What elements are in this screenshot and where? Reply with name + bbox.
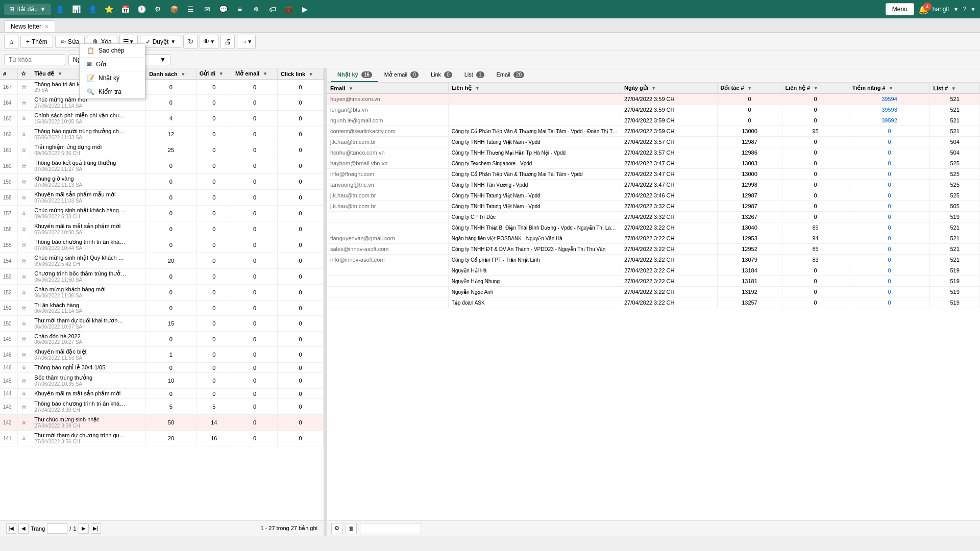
cell-star[interactable]: ☆ [17,174,31,190]
tiem-nang-zero[interactable]: 0 [888,171,891,177]
right-table-row[interactable]: content@seatinkacity.com Công ty Cổ Phần… [327,126,980,137]
context-menu-item-sao-chép[interactable]: 📋Sao chép [80,44,145,57]
start-button[interactable]: ⊞ Bắt đầu ▼ [4,4,51,15]
page-input[interactable]: 1 [47,523,67,534]
trash-button[interactable]: 🗑 [346,523,357,534]
cell-star[interactable]: ☆ [17,190,31,206]
right-table-row[interactable]: j.k.hau@tn.com.br Công ty TNHH Tatung Vi… [327,190,980,201]
cell-star[interactable]: ☆ [17,253,31,269]
table-row[interactable]: 154 ☆ Chúc mừng sinh nhật Quý khách hàng… [0,253,324,269]
table-row[interactable]: 160 ☆ Thông báo kết quả trúng thưởng 07/… [0,158,324,174]
nav-icon-4[interactable]: ⭐ [102,2,116,16]
refresh-button[interactable]: ↻ [183,35,198,49]
nav-icon-11[interactable]: 💬 [216,2,231,16]
table-row[interactable]: 153 ☆ Chương trình bốc thăm trúng thưởng… [0,269,324,285]
table-row[interactable]: 164 ☆ Chúc mừng năm mới 27/06/2022 11:14… [0,95,324,111]
dt-filter-icon[interactable]: ▼ [747,85,752,91]
nav-icon-3[interactable]: 👤 [86,2,100,16]
right-tab-mở-email[interactable]: Mở email 0 [378,68,425,82]
right-table-row[interactable]: huyen@tme.com.vn 27/04/2022 3:59 CH 0 0 … [327,94,980,105]
context-menu-item-kiểm-tra[interactable]: 🔍Kiểm tra [80,85,145,98]
rcol-lienhenum[interactable]: Liên hệ # ▼ [782,83,849,94]
cell-star[interactable]: ☆ [17,95,31,111]
first-page-button[interactable]: |◀ [6,523,16,534]
nav-icon-13[interactable]: ❄ [249,2,263,16]
tiem-nang-link[interactable]: 39593 [881,107,897,113]
cell-star[interactable]: ☆ [17,206,31,221]
right-table-row[interactable]: Công ty TNHH Thiết Bị Điện Thái Bình Dươ… [327,222,980,233]
cell-star[interactable]: ☆ [17,237,31,253]
newsletter-table-container[interactable]: # ☆ Tiêu đề ▼ Danh sách ▼ Gửi đi ▼ Mở em… [0,68,324,520]
cell-star[interactable]: ☆ [17,363,31,373]
tiem-nang-zero[interactable]: 0 [888,128,891,134]
right-table-row[interactable]: j.k.hau@tn.com.br Công ty TNHH Tatung Vi… [327,201,980,212]
table-row[interactable]: 144 ☆ Khuyến mãi ra mắt sản phẩm mới 0 0… [0,389,324,399]
last-page-button[interactable]: ▶| [91,523,101,534]
col-gui-di[interactable]: Gửi đi ▼ [196,68,232,80]
right-table-row[interactable]: sales@innov-asoft.com Công ty TNHH ĐT & … [327,244,980,255]
tiem-nang-zero[interactable]: 0 [888,160,891,166]
right-table-row[interactable]: hcnhu@tanco.com.vn Công ty TNHH Thương M… [327,147,980,158]
gd-filter-icon[interactable]: ▼ [218,71,224,77]
nav-icon-9[interactable]: ☰ [184,2,198,16]
tiem-nang-zero[interactable]: 0 [888,278,891,284]
tiem-nang-zero[interactable]: 0 [888,267,891,273]
right-table-row[interactable]: ngunh.le@gmail.com 27/04/2022 3:59 CH 0 … [327,115,980,126]
cell-star[interactable]: ☆ [17,127,31,142]
cell-star[interactable]: ☆ [17,300,31,316]
col-mo-email[interactable]: Mở email ▼ [232,68,278,80]
table-row[interactable]: 142 ☆ Thư chúc mừng sinh nhật 27/04/2022… [0,415,324,431]
rcol-ngaygui[interactable]: Ngày gửi ▼ [621,83,718,94]
table-row[interactable]: 163 ☆ Chính sách phí: miễn phí vận chuyể… [0,111,324,127]
nav-icon-5[interactable]: 📅 [118,2,133,16]
table-row[interactable]: 143 ☆ Thông báo chương trình tri ân khác… [0,399,324,415]
nav-icon-6[interactable]: 🕐 [135,2,149,16]
right-table-row[interactable]: Nguyễn Hải Hà 27/04/2022 3:22 CH 13184 0… [327,265,980,276]
right-tab-email[interactable]: Email 20 [491,68,531,82]
table-row[interactable]: 162 ☆ Thông báo người trùng thưởng chươn… [0,127,324,142]
nav-icon-2[interactable]: 📊 [69,2,84,16]
approve-button[interactable]: ✓ Duyệt ▼ [140,36,182,48]
rcol-doitac[interactable]: Đối tác # ▼ [717,83,782,94]
print-button[interactable]: 🖨 [220,35,235,49]
lhn-filter-icon[interactable]: ▼ [813,85,818,91]
right-table-row[interactable]: hayhom@bmail.vbn.vn Công ty Texchem Sing… [327,158,980,169]
rcol-tiemnang[interactable]: Tiềm năng # ▼ [849,83,930,94]
tiem-nang-zero[interactable]: 0 [888,246,891,252]
cell-star[interactable]: ☆ [17,158,31,174]
col-click-link[interactable]: Click link ▼ [277,68,323,80]
nav-icon-16[interactable]: ▶ [298,2,312,16]
table-row[interactable]: 156 ☆ Khuyến mãi ra mắt sản phẩm mới 07/… [0,221,324,237]
me-filter-icon[interactable]: ▼ [262,71,267,77]
table-row[interactable]: 148 ☆ Khuyến mãi đặc biệt 07/06/2022 11:… [0,347,324,363]
right-table-row[interactable]: Nguyễn Ngọc Anh 27/04/2022 3:22 CH 13192… [327,287,980,297]
table-row[interactable]: 145 ☆ Bốc thăm trúng thưởng 07/06/2022 1… [0,373,324,389]
next-page-button[interactable]: ▶ [79,523,89,534]
tiem-nang-zero[interactable]: 0 [888,257,891,263]
tiem-nang-zero[interactable]: 0 [888,224,891,231]
tab-close-icon[interactable]: ✕ [44,24,48,30]
cell-star[interactable]: ☆ [17,80,31,95]
cell-star[interactable]: ☆ [17,347,31,363]
keyword-input[interactable] [4,54,65,65]
table-row[interactable]: 146 ☆ Thông báo nghỉ lễ 30/4-1/05 0 0 0 … [0,363,324,373]
cell-star[interactable]: ☆ [17,431,31,446]
tiem-nang-zero[interactable]: 0 [888,299,891,306]
tiem-nang-zero[interactable]: 0 [888,289,891,295]
right-table-row[interactable]: j.k.hau@tn.com.br Công ty TNHH Tatung Vi… [327,137,980,147]
help-button[interactable]: ? [963,6,966,13]
right-table-row[interactable]: info@ffreight.com Công ty Cổ Phần Tiếp V… [327,169,980,180]
notification-bell[interactable]: 🔔 4 [918,5,928,14]
right-table-row[interactable]: tanvuong@tnc.vn Công ty TNHH Tân Vương -… [327,180,980,190]
cell-star[interactable]: ☆ [17,399,31,415]
nav-icon-7[interactable]: ⚙ [151,2,165,16]
share-button[interactable]: → ▼ [237,35,256,49]
prev-page-button[interactable]: ◀ [18,523,29,534]
right-tab-nhật-ký[interactable]: Nhật ký 16 [331,68,378,82]
tiem-nang-zero[interactable]: 0 [888,182,891,188]
cell-star[interactable]: ☆ [17,142,31,158]
tn-filter-icon[interactable]: ▼ [889,85,894,91]
cell-star[interactable]: ☆ [17,389,31,399]
table-row[interactable]: 158 ☆ Khuyến mãi sản phẩm mẫu mới 07/06/… [0,190,324,206]
right-tab-list[interactable]: List 1 [458,68,491,82]
